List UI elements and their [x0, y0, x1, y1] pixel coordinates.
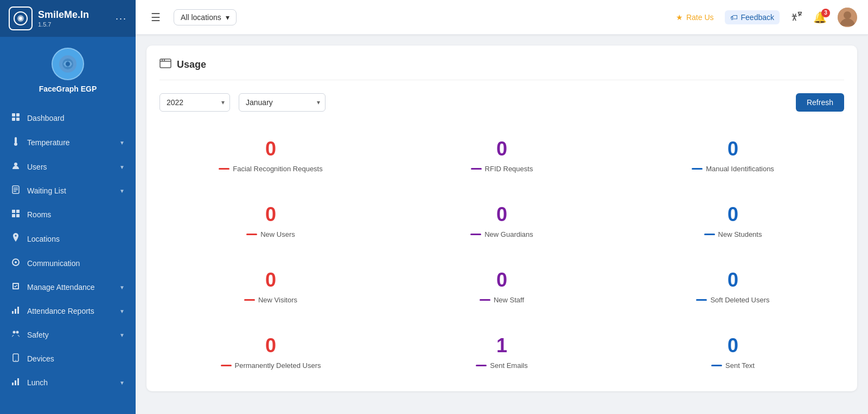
sidebar-item-waiting-list[interactable]: Waiting List ▼: [0, 179, 136, 203]
svg-point-26: [16, 331, 19, 334]
devices-icon: [11, 353, 21, 364]
rooms-icon: [11, 209, 21, 220]
sidebar-more-button[interactable]: ···: [116, 13, 127, 24]
usage-icon: [159, 59, 171, 71]
svg-rect-36: [160, 59, 171, 68]
stat-value-9: 0: [265, 334, 276, 357]
refresh-button[interactable]: Refresh: [796, 93, 844, 112]
stat-item-0: 0 Facial Recognition Requests: [159, 129, 382, 182]
users-label: Users: [27, 163, 113, 171]
stat-value-1: 0: [496, 138, 507, 160]
notification-badge: 3: [821, 9, 830, 17]
stat-label-row-9: Permanently Deleted Users: [221, 361, 321, 370]
sidebar-header: SmileMe.In 1.5.7 ···: [0, 0, 136, 37]
stat-label-row-2: Manual Identifications: [692, 165, 774, 173]
sidebar-item-manage-attendance[interactable]: Manage Attendance ▼: [0, 275, 136, 299]
devices-label: Devices: [27, 354, 125, 363]
stat-label-row-11: Sent Text: [711, 361, 755, 370]
svg-point-28: [15, 360, 16, 361]
temperature-label: Temperature: [27, 138, 113, 147]
sidebar-item-attendance-reports[interactable]: Attendance Reports ▼: [0, 299, 136, 323]
svg-rect-24: [17, 307, 19, 314]
sidebar-item-locations[interactable]: Locations: [0, 227, 136, 251]
svg-rect-22: [12, 311, 14, 314]
stat-label-11: Sent Text: [725, 361, 755, 370]
svg-rect-29: [12, 383, 14, 385]
stat-dash-7: [480, 299, 490, 301]
stat-dash-1: [471, 168, 482, 170]
waiting-list-arrow: ▼: [119, 188, 125, 194]
communication-label: Communication: [27, 259, 125, 268]
sidebar-item-safety[interactable]: Safety ▼: [0, 323, 136, 347]
stat-label-7: New Staff: [494, 296, 524, 304]
svg-point-2: [19, 17, 22, 20]
topbar: ☰ All locations ▾ ★ Rate Us 🏷 Feedback: [136, 0, 868, 35]
usage-header: Usage: [159, 59, 844, 80]
rate-us-label: Rate Us: [686, 13, 714, 22]
svg-point-11: [14, 143, 17, 146]
stat-label-row-8: Soft Deleted Users: [696, 296, 769, 304]
waiting-list-icon: [11, 185, 21, 196]
stat-label-row-10: Sent Emails: [476, 361, 527, 370]
sidebar-item-temperature[interactable]: Temperature ▼: [0, 130, 136, 155]
month-select[interactable]: January February March April May June Ju…: [239, 93, 326, 112]
sidebar-item-lunch[interactable]: Lunch ▼: [0, 371, 136, 394]
stat-label-row-3: New Users: [246, 230, 295, 238]
stat-dash-4: [470, 234, 481, 235]
stat-value-10: 1: [496, 334, 507, 357]
stat-value-8: 0: [727, 269, 738, 292]
sidebar-item-communication[interactable]: Communication: [0, 251, 136, 275]
svg-rect-31: [17, 378, 19, 385]
rate-us-button[interactable]: ★ Rate Us: [676, 13, 714, 22]
stat-label-3: New Users: [260, 230, 295, 238]
year-select[interactable]: 2022 2023 2024: [159, 93, 230, 112]
lunch-label: Lunch: [27, 378, 113, 387]
svg-rect-17: [12, 210, 15, 213]
stat-dash-6: [244, 299, 255, 301]
star-icon: ★: [676, 13, 683, 22]
org-name: FaceGraph EGP: [39, 85, 97, 93]
stat-item-3: 0 New Users: [159, 195, 382, 247]
manage-attendance-label: Manage Attendance: [27, 283, 113, 292]
sidebar-item-dashboard[interactable]: Dashboard: [0, 106, 136, 130]
locations-icon: [11, 233, 21, 245]
stat-value-6: 0: [265, 269, 276, 292]
stat-label-2: Manual Identifications: [706, 165, 774, 173]
manage-attendance-arrow: ▼: [119, 284, 125, 290]
stat-item-2: 0 Manual Identifications: [622, 129, 844, 182]
dashboard-icon: [11, 113, 21, 124]
app-version: 1.5.7: [38, 21, 89, 28]
location-selector[interactable]: All locations ▾: [174, 9, 237, 25]
stat-dash-11: [711, 365, 722, 366]
location-dropdown-arrow: ▾: [226, 13, 229, 22]
year-select-wrapper: 2022 2023 2024: [159, 93, 230, 112]
sidebar-item-devices[interactable]: Devices: [0, 347, 136, 371]
attendance-reports-label: Attendance Reports: [27, 307, 113, 315]
stat-label-row-4: New Guardians: [470, 230, 533, 238]
sidebar-item-rooms[interactable]: Rooms: [0, 203, 136, 227]
feedback-button[interactable]: 🏷 Feedback: [725, 10, 780, 24]
notification-button[interactable]: 🔔 3: [813, 11, 827, 24]
locations-label: Locations: [27, 235, 125, 243]
stat-dash-5: [704, 234, 715, 235]
svg-rect-20: [16, 214, 20, 217]
stat-value-7: 0: [496, 269, 507, 292]
svg-rect-10: [15, 137, 17, 143]
safety-label: Safety: [27, 331, 113, 339]
hamburger-menu-button[interactable]: ☰: [146, 9, 165, 26]
lunch-arrow: ▼: [119, 380, 125, 386]
sidebar-item-users[interactable]: Users ▼: [0, 155, 136, 179]
stat-dash-0: [219, 168, 229, 170]
rooms-label: Rooms: [27, 210, 125, 219]
app-name: SmileMe.In: [38, 9, 89, 21]
main-area: ☰ All locations ▾ ★ Rate Us 🏷 Feedback: [136, 0, 868, 414]
users-arrow: ▼: [119, 164, 125, 170]
sidebar-nav: Dashboard Temperature ▼ Users ▼: [0, 102, 136, 414]
stat-item-8: 0 Soft Deleted Users: [622, 260, 844, 313]
user-avatar-button[interactable]: [838, 8, 857, 27]
communication-icon: [11, 258, 21, 269]
temperature-arrow: ▼: [119, 140, 125, 146]
translate-button[interactable]: [790, 10, 802, 24]
attendance-reports-icon: [11, 306, 21, 316]
logo-icon: [9, 7, 33, 30]
